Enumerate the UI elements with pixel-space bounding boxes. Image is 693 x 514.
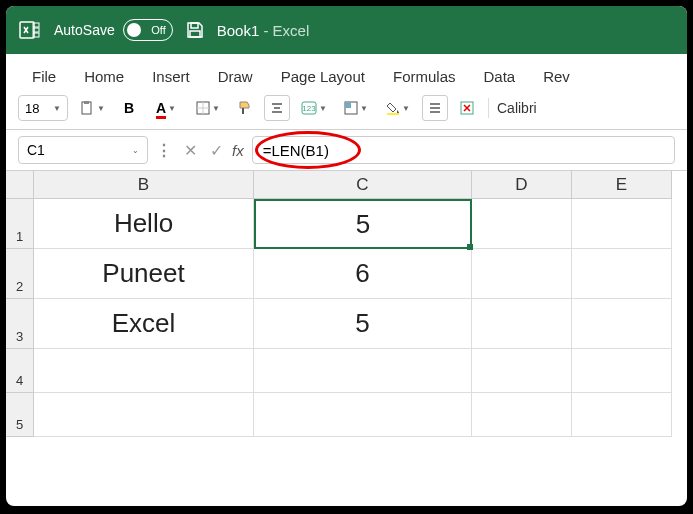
- chevron-down-icon: ▼: [402, 104, 410, 113]
- bold-button[interactable]: B: [116, 95, 142, 121]
- toggle-knob: [127, 23, 141, 37]
- cell-C4[interactable]: [254, 349, 472, 393]
- chevron-down-icon: ▼: [319, 104, 327, 113]
- row-5: [34, 393, 687, 437]
- tab-formulas[interactable]: Formulas: [379, 62, 470, 91]
- col-header-E[interactable]: E: [572, 171, 672, 199]
- tab-draw[interactable]: Draw: [204, 62, 267, 91]
- enter-icon[interactable]: ✓: [206, 141, 226, 160]
- col-header-D[interactable]: D: [472, 171, 572, 199]
- document-title: Book1 - Excel: [217, 22, 310, 39]
- conditional-format-button[interactable]: ▼: [338, 95, 374, 121]
- cell-D1[interactable]: [472, 199, 572, 249]
- tab-home[interactable]: Home: [70, 62, 138, 91]
- row-header-4[interactable]: 4: [6, 349, 34, 393]
- cell-C1[interactable]: 5: [254, 199, 472, 249]
- column-headers: B C D E: [34, 171, 687, 199]
- formula-controls: ✕ ✓ fx: [180, 141, 244, 160]
- cell-E5[interactable]: [572, 393, 672, 437]
- chevron-down-icon: ▼: [212, 104, 220, 113]
- row-header-5[interactable]: 5: [6, 393, 34, 437]
- svg-rect-18: [387, 113, 399, 115]
- cell-D4[interactable]: [472, 349, 572, 393]
- row-2: Puneet 6: [34, 249, 687, 299]
- ribbon-tabs: File Home Insert Draw Page Layout Formul…: [6, 54, 687, 91]
- row-4: [34, 349, 687, 393]
- cell-C2[interactable]: 6: [254, 249, 472, 299]
- cell-D5[interactable]: [472, 393, 572, 437]
- chevron-down-icon: ▼: [360, 104, 368, 113]
- svg-rect-0: [20, 22, 34, 38]
- formula-bar: C1 ⌄ ⋮ ✕ ✓ fx =LEN(B1): [6, 130, 687, 171]
- number-format-button[interactable]: 123 ▼: [296, 95, 332, 121]
- font-size-selector[interactable]: 18 ▼: [18, 95, 68, 121]
- cell-D3[interactable]: [472, 299, 572, 349]
- svg-rect-4: [191, 23, 198, 28]
- font-name-label[interactable]: Calibri: [497, 100, 537, 116]
- row-1: Hello 5: [34, 199, 687, 249]
- cell-C5[interactable]: [254, 393, 472, 437]
- svg-rect-5: [190, 31, 200, 37]
- save-icon[interactable]: [185, 20, 205, 40]
- cell-E3[interactable]: [572, 299, 672, 349]
- tab-page-layout[interactable]: Page Layout: [267, 62, 379, 91]
- toggle-switch[interactable]: Off: [123, 19, 173, 41]
- col-header-C[interactable]: C: [254, 171, 472, 199]
- cell-D2[interactable]: [472, 249, 572, 299]
- cell-B1[interactable]: Hello: [34, 199, 254, 249]
- fill-color-button[interactable]: ▼: [380, 95, 416, 121]
- chevron-down-icon: ⌄: [132, 146, 139, 155]
- borders-button[interactable]: ▼: [190, 95, 226, 121]
- row-header-3[interactable]: 3: [6, 299, 34, 349]
- divider-icon: ⋮: [156, 141, 172, 160]
- spreadsheet-grid: 1 2 3 4 5 B C D E Hello 5 Puneet 6: [6, 171, 687, 437]
- cell-B3[interactable]: Excel: [34, 299, 254, 349]
- svg-rect-7: [84, 101, 89, 104]
- formula-input[interactable]: =LEN(B1): [252, 136, 675, 164]
- select-all-corner[interactable]: [6, 171, 34, 199]
- cell-E4[interactable]: [572, 349, 672, 393]
- paste-button[interactable]: ▼: [74, 95, 110, 121]
- cell-E1[interactable]: [572, 199, 672, 249]
- tab-insert[interactable]: Insert: [138, 62, 204, 91]
- app-window: AutoSave Off Book1 - Excel File Home Ins…: [6, 6, 687, 506]
- name-box[interactable]: C1 ⌄: [18, 136, 148, 164]
- cell-E2[interactable]: [572, 249, 672, 299]
- col-header-B[interactable]: B: [34, 171, 254, 199]
- excel-icon: [18, 18, 42, 42]
- cell-B2[interactable]: Puneet: [34, 249, 254, 299]
- chevron-down-icon: ▼: [53, 104, 61, 113]
- font-color-button[interactable]: A ▼: [148, 95, 184, 121]
- toolbar: 18 ▼ ▼ B A ▼ ▼ 123 ▼ ▼: [6, 91, 687, 130]
- autosave-toggle[interactable]: AutoSave Off: [54, 19, 173, 41]
- cell-B4[interactable]: [34, 349, 254, 393]
- cell-C3[interactable]: 5: [254, 299, 472, 349]
- toggle-state: Off: [151, 24, 165, 36]
- svg-text:123: 123: [302, 104, 316, 113]
- clear-button[interactable]: [454, 95, 480, 121]
- tab-file[interactable]: File: [18, 62, 70, 91]
- tab-data[interactable]: Data: [469, 62, 529, 91]
- align-button[interactable]: [264, 95, 290, 121]
- row-header-1[interactable]: 1: [6, 199, 34, 249]
- row-header-2[interactable]: 2: [6, 249, 34, 299]
- chevron-down-icon: ▼: [168, 104, 176, 113]
- cancel-icon[interactable]: ✕: [180, 141, 200, 160]
- autosave-label: AutoSave: [54, 22, 115, 38]
- fx-icon[interactable]: fx: [232, 142, 244, 159]
- tab-review[interactable]: Rev: [529, 62, 584, 91]
- chevron-down-icon: ▼: [97, 104, 105, 113]
- format-painter-button[interactable]: [232, 95, 258, 121]
- row-headers: 1 2 3 4 5: [6, 171, 34, 437]
- svg-rect-17: [345, 102, 351, 108]
- titlebar: AutoSave Off Book1 - Excel: [6, 6, 687, 54]
- row-3: Excel 5: [34, 299, 687, 349]
- cells-button[interactable]: [422, 95, 448, 121]
- cell-B5[interactable]: [34, 393, 254, 437]
